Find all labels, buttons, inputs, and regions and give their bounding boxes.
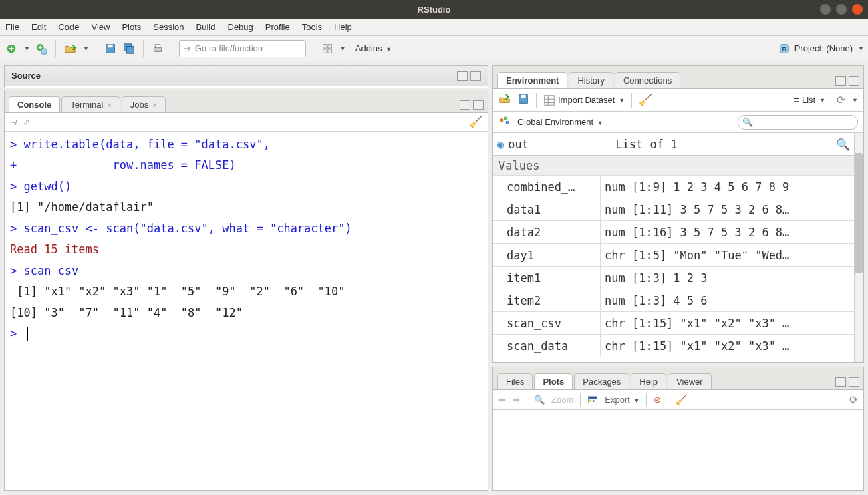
scrollbar-thumb[interactable] xyxy=(855,153,863,273)
menu-code[interactable]: Code xyxy=(58,22,79,32)
open-file-button[interactable] xyxy=(63,41,78,56)
menu-file[interactable]: File xyxy=(5,22,19,32)
project-selector[interactable]: R Project: (None) ▼ xyxy=(778,43,864,55)
save-all-button[interactable] xyxy=(122,41,136,56)
plot-next-icon[interactable]: ➡ xyxy=(513,395,520,405)
refresh-caret[interactable]: ▼ xyxy=(852,97,858,104)
svg-rect-21 xyxy=(500,118,504,122)
window-minimize-button[interactable] xyxy=(820,4,831,15)
environment-scope-dropdown[interactable]: Global Environment ▼ xyxy=(517,117,603,127)
console-output[interactable]: > write.table(data, file = "data.csv",+ … xyxy=(5,132,488,490)
new-file-caret[interactable]: ▼ xyxy=(24,45,30,52)
zoom-button[interactable]: Zoom xyxy=(551,395,573,405)
clear-console-icon[interactable]: 🧹 xyxy=(469,116,482,128)
environment-value-row[interactable]: day1chr [1:5] "Mon" "Tue" "Wed… xyxy=(493,244,863,267)
grid-icon xyxy=(543,94,555,106)
menu-session[interactable]: Session xyxy=(153,22,184,32)
environment-value-row[interactable]: scan_csvchr [1:15] "x1" "x2" "x3" … xyxy=(493,312,863,335)
tab-history[interactable]: History xyxy=(569,72,613,88)
export-icon xyxy=(587,393,598,406)
env-maximize-button[interactable] xyxy=(849,76,859,86)
plot-prev-icon[interactable]: ⬅ xyxy=(498,395,506,405)
window-maximize-button[interactable] xyxy=(836,4,847,15)
tab-environment[interactable]: Environment xyxy=(497,72,567,88)
search-icon: 🔍 xyxy=(742,117,753,127)
console-line: > getwd() xyxy=(10,176,482,197)
menu-tools[interactable]: Tools xyxy=(302,22,322,32)
close-icon[interactable]: × xyxy=(107,101,111,109)
env-object-name: out xyxy=(504,138,611,151)
export-dropdown[interactable]: Export ▼ xyxy=(605,395,639,405)
env-var-name: day1 xyxy=(493,249,600,262)
console-line: [1] "x1" "x2" "x3" "1" "5" "9" "2" "6" "… xyxy=(10,281,482,302)
expand-icon[interactable]: ◉ xyxy=(497,138,504,151)
menu-profile[interactable]: Profile xyxy=(265,22,290,32)
svg-point-26 xyxy=(589,400,591,402)
environment-value-row[interactable]: combined_…num [1:9] 1 2 3 4 5 6 7 8 9 xyxy=(493,176,863,198)
tab-help[interactable]: Help xyxy=(631,373,666,389)
source-split-button[interactable] xyxy=(457,71,468,81)
menu-view[interactable]: View xyxy=(91,22,110,32)
clear-plots-icon[interactable]: 🧹 xyxy=(675,394,688,406)
search-icon[interactable]: 🔍 xyxy=(836,138,850,151)
svg-rect-6 xyxy=(126,46,134,53)
window-close-button[interactable] xyxy=(852,4,863,15)
save-workspace-icon[interactable] xyxy=(517,93,529,107)
environment-value-row[interactable]: scan_datachr [1:15] "x1" "x2" "x3" … xyxy=(493,335,863,357)
refresh-plots-icon[interactable]: ⟳ xyxy=(849,393,858,406)
plots-pane-tabs: Files Plots Packages Help Viewer xyxy=(493,367,863,390)
remove-plot-icon[interactable]: ⊘ xyxy=(654,395,661,405)
env-var-value: num [1:11] 3 5 7 5 3 2 6 8… xyxy=(600,198,863,220)
environment-value-row[interactable]: data1num [1:11] 3 5 7 5 3 2 6 8… xyxy=(493,198,863,221)
grid-view-button[interactable] xyxy=(320,41,335,56)
save-button[interactable] xyxy=(103,41,118,56)
environment-scope-icon xyxy=(498,115,511,129)
menu-plots[interactable]: Plots xyxy=(122,22,141,32)
tab-plots[interactable]: Plots xyxy=(534,373,573,389)
plots-maximize-button[interactable] xyxy=(849,377,859,387)
environment-value-row[interactable]: item2num [1:3] 4 5 6 xyxy=(493,289,863,312)
menu-debug[interactable]: Debug xyxy=(228,22,253,32)
console-subbar: ~/ ⇗ 🧹 xyxy=(5,113,488,132)
tab-connections[interactable]: Connections xyxy=(615,72,680,88)
menu-edit[interactable]: Edit xyxy=(31,22,46,32)
new-project-button[interactable] xyxy=(34,41,49,56)
grid-view-caret[interactable]: ▼ xyxy=(340,45,346,52)
env-var-value: num [1:16] 3 5 7 5 3 2 6 8… xyxy=(600,221,863,243)
goto-file-function-input[interactable]: ➔ Go to file/function xyxy=(179,40,306,57)
clear-environment-icon[interactable]: 🧹 xyxy=(639,94,652,106)
print-button[interactable] xyxy=(150,41,165,56)
env-var-name: combined_… xyxy=(493,180,600,194)
addins-dropdown[interactable]: Addins ▼ xyxy=(355,43,392,53)
console-minimize-button[interactable] xyxy=(460,100,470,110)
console-maximize-button[interactable] xyxy=(473,100,484,110)
plots-toolbar: ⬅ ➡ 🔍 Zoom Export ▼ ⊘ 🧹 ⟳ xyxy=(493,390,863,410)
env-minimize-button[interactable] xyxy=(835,76,846,86)
close-icon[interactable]: × xyxy=(152,101,156,109)
environment-object-row[interactable]: ◉ out List of 1 🔍 xyxy=(493,133,863,156)
env-var-name: item1 xyxy=(493,271,600,285)
tab-files[interactable]: Files xyxy=(497,373,533,389)
import-dataset-dropdown[interactable]: Import Dataset ▼ xyxy=(543,94,625,106)
tab-viewer[interactable]: Viewer xyxy=(668,373,712,389)
menu-help[interactable]: Help xyxy=(334,22,352,32)
new-file-button[interactable] xyxy=(4,41,19,56)
env-view-mode-dropdown[interactable]: ≡ List ▼ xyxy=(794,95,825,105)
tab-jobs[interactable]: Jobs× xyxy=(122,96,166,112)
menu-build[interactable]: Build xyxy=(196,22,216,32)
source-maximize-button[interactable] xyxy=(470,71,481,81)
environment-value-row[interactable]: data2num [1:16] 3 5 7 5 3 2 6 8… xyxy=(493,221,863,244)
svg-rect-11 xyxy=(323,49,327,52)
environment-toolbar: Import Dataset ▼ 🧹 ≡ List ▼ ⟳ ▼ xyxy=(493,89,863,112)
tab-packages[interactable]: Packages xyxy=(574,373,629,389)
refresh-icon[interactable]: ⟳ xyxy=(837,94,845,106)
load-workspace-icon[interactable] xyxy=(498,93,511,107)
environment-search-input[interactable]: 🔍 xyxy=(738,115,858,130)
tab-terminal[interactable]: Terminal× xyxy=(61,96,120,112)
environment-value-row[interactable]: item1num [1:3] 1 2 3 xyxy=(493,267,863,289)
open-recent-caret[interactable]: ▼ xyxy=(83,45,89,52)
tab-console[interactable]: Console xyxy=(9,96,60,112)
plots-minimize-button[interactable] xyxy=(835,377,846,387)
env-vertical-scrollbar[interactable] xyxy=(854,133,863,362)
popout-icon[interactable]: ⇗ xyxy=(23,117,30,127)
